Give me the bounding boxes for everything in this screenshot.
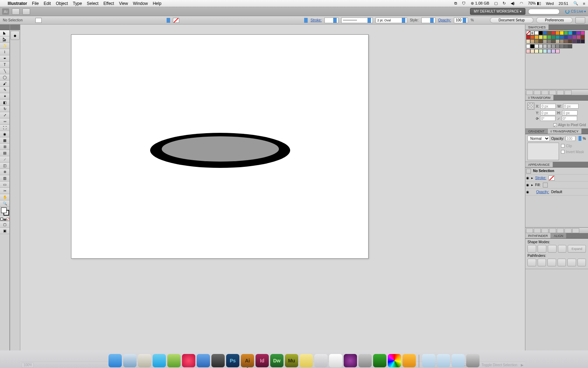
swatch[interactable]	[564, 44, 568, 48]
swatch[interactable]	[564, 35, 568, 39]
swatch[interactable]	[530, 39, 534, 43]
mesh-tool[interactable]: ⊞	[0, 144, 9, 150]
fill-stroke-indicator[interactable]	[0, 207, 9, 217]
blend-tool[interactable]: ◫	[0, 163, 9, 169]
unite-button[interactable]	[527, 245, 536, 253]
swatch[interactable]	[547, 39, 551, 43]
dock-app-notes[interactable]	[300, 354, 313, 367]
transform-h-input[interactable]	[562, 110, 578, 115]
free-transform-tool[interactable]: ⛶	[0, 125, 9, 131]
swatch[interactable]	[539, 31, 543, 35]
dock-app-calendar[interactable]	[329, 354, 342, 367]
swatch[interactable]	[581, 39, 585, 43]
hand-tool[interactable]: ✋	[0, 194, 9, 200]
magic-wand-tool[interactable]: ✨	[0, 43, 9, 49]
swatch[interactable]	[543, 49, 547, 53]
dock-app-preview[interactable]	[167, 354, 181, 367]
artboard-tool[interactable]: ▭	[0, 182, 9, 188]
transform-w-input[interactable]	[563, 104, 579, 109]
grayscale-swatches[interactable]	[526, 44, 587, 48]
dock-app-downloads[interactable]	[451, 354, 465, 367]
swatch[interactable]	[555, 31, 560, 35]
swatch[interactable]	[526, 31, 530, 35]
fill-dropdown[interactable]	[167, 18, 170, 23]
swatch[interactable]	[555, 44, 560, 48]
opacity-link[interactable]: Opacity:	[438, 18, 451, 22]
swatch[interactable]	[576, 39, 581, 43]
selection-tool[interactable]	[0, 30, 9, 36]
dock-app-photoshop[interactable]: Ps	[226, 354, 239, 367]
dock-app-indesign[interactable]: Id	[255, 354, 269, 367]
visibility-icon[interactable]: ◉	[526, 183, 529, 187]
swatch[interactable]	[551, 39, 555, 43]
swatch[interactable]	[534, 49, 539, 53]
swatch-library-button[interactable]	[526, 90, 533, 95]
reference-point-icon[interactable]	[527, 103, 534, 110]
shield-icon[interactable]: ⛉	[462, 1, 466, 6]
dock-app-folder1[interactable]	[422, 354, 435, 367]
bridge-button[interactable]	[12, 8, 20, 15]
gradient-tool[interactable]: ▤	[0, 150, 9, 156]
swatch[interactable]	[564, 31, 568, 35]
zoom-tool[interactable]: 🔍	[0, 200, 9, 207]
align-options-button[interactable]	[575, 17, 585, 23]
appearance-opacity-link[interactable]: Opacity:	[536, 190, 549, 194]
dock-app-sysprefs[interactable]	[358, 354, 372, 367]
eyedropper-tool[interactable]: ⟋	[0, 156, 9, 163]
visibility-icon[interactable]: ◉	[526, 176, 529, 180]
menu-object[interactable]: Object	[56, 1, 68, 6]
swatch[interactable]	[568, 35, 572, 39]
swatch-grid[interactable]: ⊕	[526, 31, 587, 43]
swatch[interactable]	[543, 31, 547, 35]
lasso-tool[interactable]: ⌇	[0, 49, 9, 55]
menu-window[interactable]: Window	[133, 1, 148, 6]
menu-type[interactable]: Type	[73, 1, 82, 6]
swatch[interactable]	[551, 44, 555, 48]
wifi-icon[interactable]: ◠	[520, 1, 523, 6]
outline-button[interactable]	[567, 259, 576, 266]
swatch[interactable]	[581, 35, 585, 39]
divide-button[interactable]	[527, 259, 536, 266]
swatch[interactable]	[539, 39, 543, 43]
swatch[interactable]	[581, 31, 585, 35]
dock-app-sublime[interactable]	[211, 354, 225, 367]
delete-item-button[interactable]	[572, 228, 579, 233]
swatch[interactable]	[534, 31, 539, 35]
workspace-switcher[interactable]: MY DEFAULT WORKSPACE ▾	[470, 8, 526, 15]
notifications-icon[interactable]: ≡	[583, 1, 585, 6]
menu-file[interactable]: File	[32, 1, 38, 6]
swatch[interactable]	[547, 49, 551, 53]
type-tool[interactable]: T	[0, 62, 9, 68]
dock-app-spotify[interactable]	[373, 354, 386, 367]
dock-app-safari[interactable]	[123, 354, 136, 367]
transform-y-input[interactable]	[540, 110, 556, 115]
swatch[interactable]	[560, 31, 564, 35]
document-canvas[interactable]	[20, 25, 525, 350]
swatch[interactable]	[572, 31, 576, 35]
opacity-dropdown[interactable]	[579, 136, 581, 141]
perspective-tool[interactable]: ▦	[0, 137, 9, 144]
layers-icon[interactable]: ◆	[10, 31, 20, 40]
dock-app-finder[interactable]	[108, 354, 122, 367]
appearance-stroke-swatch[interactable]	[548, 176, 555, 180]
panel-dock-grip[interactable]	[10, 25, 20, 30]
graph-tool[interactable]: ▥	[0, 175, 9, 182]
pen-tool[interactable]: ✒	[0, 55, 9, 62]
eraser-tool[interactable]: ◧	[0, 100, 9, 106]
swatch[interactable]	[551, 49, 555, 53]
ellipse-shape-gray[interactable]	[162, 136, 279, 162]
width-tool[interactable]: ⇿	[0, 118, 9, 125]
swatch[interactable]	[539, 44, 543, 48]
swatch[interactable]: ⊕	[530, 31, 534, 35]
swatch[interactable]	[555, 49, 560, 53]
direct-selection-tool[interactable]	[0, 36, 9, 43]
dock-app-illustrator[interactable]: Ai	[241, 354, 254, 367]
swatch-kind-button[interactable]	[534, 90, 541, 95]
align-tab[interactable]: ALIGN	[551, 233, 566, 238]
rotate-input[interactable]	[540, 116, 555, 121]
add-stroke-button[interactable]	[534, 228, 541, 233]
dock-app-itunes[interactable]	[182, 354, 195, 367]
menu-effect[interactable]: Effect	[103, 1, 114, 6]
swatch[interactable]	[560, 44, 564, 48]
symbol-sprayer-tool[interactable]: ✲	[0, 169, 9, 175]
